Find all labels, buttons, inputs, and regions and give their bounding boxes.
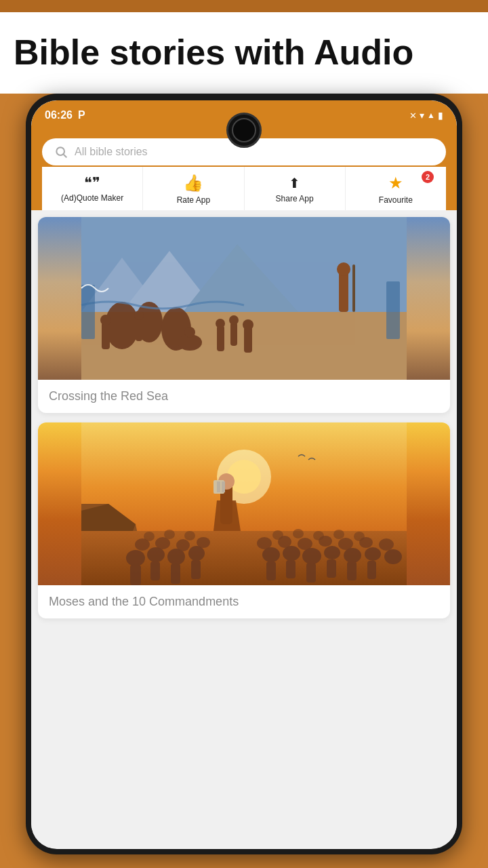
svg-point-43 (262, 547, 280, 562)
svg-point-7 (105, 302, 139, 349)
svg-point-56 (298, 538, 312, 550)
svg-rect-19 (217, 326, 224, 351)
app-title-bar: Bible stories with Audio (0, 12, 488, 94)
svg-point-24 (243, 319, 253, 330)
svg-rect-77 (347, 561, 357, 580)
moses-illustration (38, 422, 450, 585)
svg-point-68 (354, 532, 365, 541)
svg-rect-12 (136, 317, 142, 341)
svg-rect-16 (339, 271, 348, 312)
svg-point-60 (379, 538, 394, 551)
svg-point-65 (293, 529, 304, 538)
svg-point-54 (257, 537, 272, 549)
status-time: 06:26 (45, 109, 73, 121)
svg-rect-23 (244, 327, 252, 353)
svg-point-63 (184, 531, 195, 540)
svg-rect-72 (191, 560, 201, 579)
share-label: Share App (276, 194, 314, 203)
svg-rect-69 (130, 565, 141, 585)
favourite-badge: 2 (422, 171, 434, 183)
svg-point-52 (176, 539, 190, 551)
svg-rect-38 (222, 481, 225, 492)
svg-point-15 (184, 327, 195, 338)
quote-icon: ❝❞ (84, 176, 100, 191)
svg-point-53 (197, 537, 210, 548)
star-icon: ★ (388, 174, 403, 193)
svg-point-48 (365, 547, 381, 561)
svg-rect-74 (286, 560, 296, 578)
top-decoration (0, 0, 488, 12)
stories-list[interactable]: Crossing the Red Sea ☆ (31, 210, 457, 848)
svg-point-39 (126, 550, 145, 566)
svg-rect-70 (150, 561, 160, 580)
svg-rect-10 (102, 322, 110, 349)
toolbar: ❝❞ (Ad)Quote Maker 👍 Rate App ⬆ Share Ap… (42, 167, 446, 210)
svg-point-49 (384, 549, 402, 564)
svg-point-66 (313, 531, 324, 540)
svg-rect-26 (386, 281, 400, 339)
quote-label: (Ad)Quote Maker (61, 193, 123, 203)
svg-point-44 (283, 546, 300, 561)
search-placeholder[interactable]: All bible stories (75, 146, 148, 158)
svg-rect-37 (217, 481, 220, 492)
story-title-moses: Moses and the 10 Commandments (38, 585, 450, 618)
svg-point-45 (302, 548, 321, 564)
svg-line-1 (64, 155, 67, 158)
rate-label: Rate App (177, 195, 210, 205)
signal-icon: ▲ (427, 111, 435, 120)
phone-screen: 06:26 P ✕ ▾ ▲ ▮ All bible stories (31, 100, 457, 849)
svg-rect-21 (230, 322, 237, 346)
toolbar-rate-app[interactable]: 👍 Rate App (143, 167, 244, 210)
crossing-red-sea-image (38, 217, 450, 380)
story-title-crossing: Crossing the Red Sea (38, 380, 450, 413)
story-card-crossing-red-sea[interactable]: Crossing the Red Sea (38, 217, 450, 413)
svg-rect-76 (327, 559, 336, 578)
thumbs-up-icon: 👍 (183, 174, 203, 193)
svg-point-67 (333, 530, 344, 539)
svg-point-42 (188, 546, 205, 561)
svg-point-20 (216, 319, 225, 328)
camera-bump (226, 113, 262, 148)
svg-rect-75 (306, 563, 316, 583)
phone-frame: 06:26 P ✕ ▾ ▲ ▮ All bible stories (26, 94, 462, 854)
svg-point-13 (134, 311, 144, 320)
toolbar-favourite[interactable]: ★ Favourite 2 (346, 167, 446, 210)
status-icons: ✕ ▾ ▲ ▮ (409, 110, 443, 121)
svg-point-47 (344, 548, 361, 563)
share-icon: ⬆ (289, 175, 300, 191)
svg-rect-73 (266, 561, 276, 580)
x-icon: ✕ (409, 111, 417, 121)
svg-point-58 (338, 538, 353, 550)
svg-point-61 (144, 532, 155, 541)
wifi-icon: ▾ (420, 110, 424, 121)
svg-point-40 (147, 547, 165, 562)
search-icon (54, 145, 68, 159)
toolbar-share-app[interactable]: ⬆ Share App (245, 167, 346, 210)
svg-rect-18 (352, 264, 355, 312)
svg-rect-78 (367, 561, 376, 579)
app-title: Bible stories with Audio (14, 33, 413, 72)
svg-rect-25 (81, 285, 95, 339)
svg-marker-35 (214, 500, 241, 531)
toolbar-quote-maker[interactable]: ❝❞ (Ad)Quote Maker (42, 167, 143, 210)
svg-rect-71 (171, 564, 180, 584)
moses-commandments-image (38, 422, 450, 585)
p-icon: P (78, 109, 85, 121)
crossing-illustration (38, 217, 450, 380)
svg-point-46 (324, 546, 340, 559)
story-card-moses-commandments[interactable]: ☆ (38, 422, 450, 618)
svg-point-0 (56, 147, 64, 155)
battery-icon: ▮ (438, 110, 443, 121)
svg-point-22 (229, 315, 239, 325)
svg-point-62 (164, 530, 175, 539)
favourite-label: Favourite (379, 195, 413, 205)
svg-point-11 (100, 315, 111, 326)
svg-point-64 (272, 530, 283, 540)
camera-lens (232, 118, 256, 142)
svg-point-17 (337, 262, 350, 276)
